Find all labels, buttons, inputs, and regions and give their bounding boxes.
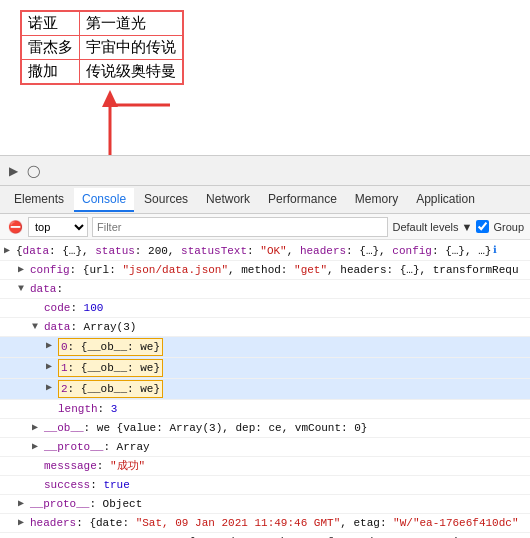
toggle-12[interactable]: ▶: [18, 496, 28, 512]
console-line-13: ▶ headers: {date: "Sat, 09 Jan 2021 11:4…: [0, 514, 530, 533]
console-line-2: ▶ config: {url: "json/data.json", method…: [0, 261, 530, 280]
table-row: 诺亚第一道光: [21, 11, 183, 36]
spacer-11: [32, 477, 42, 493]
table-cell-col1: 诺亚: [21, 11, 80, 36]
devtools-toolbar: ▶ ◯: [0, 156, 530, 186]
context-select[interactable]: top: [28, 217, 88, 237]
table-cell-col2: 传说级奥特曼: [80, 60, 184, 85]
spacer-10: [32, 458, 42, 474]
table-cell-col1: 撒加: [21, 60, 80, 85]
toggle-9[interactable]: ▶: [32, 439, 42, 455]
console-line-1: ▶ {data: {…}, status: 200, statusText: "…: [0, 242, 530, 261]
tab-performance[interactable]: Performance: [260, 188, 345, 212]
toggle-6-1[interactable]: ▶: [46, 359, 56, 375]
top-section: 诺亚第一道光雷杰多宇宙中的传说撒加传说级奥特曼: [0, 0, 530, 95]
spacer-7: [46, 401, 56, 417]
filter-input[interactable]: [92, 217, 388, 237]
console-line-7: length: 3: [0, 400, 530, 419]
console-line-14: ▶ request: XMLHttpRequest {onreadystatec…: [0, 533, 530, 538]
tab-application[interactable]: Application: [408, 188, 483, 212]
table-row: 撒加传说级奥特曼: [21, 60, 183, 85]
console-line-6-2: ▶ 2: {__ob__: we}: [0, 379, 530, 400]
console-line-4: code: 100: [0, 299, 530, 318]
table-cell-col2: 第一道光: [80, 11, 184, 36]
devtools-tabs: Elements Console Sources Network Perform…: [0, 186, 530, 214]
console-line-8: ▶ __ob__: we {value: Array(3), dep: ce, …: [0, 419, 530, 438]
red-arrow: [80, 85, 200, 160]
arrow-container: [0, 95, 530, 155]
toggle-14[interactable]: ▶: [18, 534, 28, 538]
console-line-12: ▶ __proto__: Object: [0, 495, 530, 514]
devtools-bar2: ⛔ top Default levels ▼ Group: [0, 214, 530, 240]
data-table: 诺亚第一道光雷杰多宇宙中的传说撒加传说级奥特曼: [20, 10, 184, 85]
toggle-6-2[interactable]: ▶: [46, 380, 56, 396]
console-line-3: ▼ data:: [0, 280, 530, 299]
toggle-8[interactable]: ▶: [32, 420, 42, 436]
group-checkbox[interactable]: [476, 220, 489, 233]
toggle-5[interactable]: ▼: [32, 319, 42, 335]
console-line-6-1: ▶ 1: {__ob__: we}: [0, 358, 530, 379]
console-line-6-0: ▶ 0: {__ob__: we}: [0, 337, 530, 358]
devtools-panel: ▶ ◯ Elements Console Sources Network Per…: [0, 155, 530, 538]
tab-console[interactable]: Console: [74, 188, 134, 212]
console-line-11: success: true: [0, 476, 530, 495]
tab-elements[interactable]: Elements: [6, 188, 72, 212]
block-icon[interactable]: ⛔: [6, 218, 24, 236]
spacer-4: [32, 300, 42, 316]
group-label: Group: [493, 221, 524, 233]
table-row: 雷杰多宇宙中的传说: [21, 36, 183, 60]
circle-icon[interactable]: ◯: [24, 162, 42, 180]
toggle-2[interactable]: ▶: [18, 262, 28, 278]
console-line-9: ▶ __proto__: Array: [0, 438, 530, 457]
toggle-6-0[interactable]: ▶: [46, 338, 56, 354]
levels-dropdown[interactable]: Default levels ▼: [392, 221, 472, 233]
toggle-13[interactable]: ▶: [18, 515, 28, 531]
console-line-10: messsage: "成功": [0, 457, 530, 476]
table-cell-col2: 宇宙中的传说: [80, 36, 184, 60]
toggle-3[interactable]: ▼: [18, 281, 28, 297]
toggle-1[interactable]: ▶: [4, 243, 14, 259]
tab-network[interactable]: Network: [198, 188, 258, 212]
console-line-5: ▼ data: Array(3): [0, 318, 530, 337]
cursor-icon[interactable]: ▶: [4, 162, 22, 180]
table-cell-col1: 雷杰多: [21, 36, 80, 60]
tab-sources[interactable]: Sources: [136, 188, 196, 212]
console-content: ▶ {data: {…}, status: 200, statusText: "…: [0, 240, 530, 538]
tab-memory[interactable]: Memory: [347, 188, 406, 212]
svg-marker-2: [102, 90, 118, 107]
